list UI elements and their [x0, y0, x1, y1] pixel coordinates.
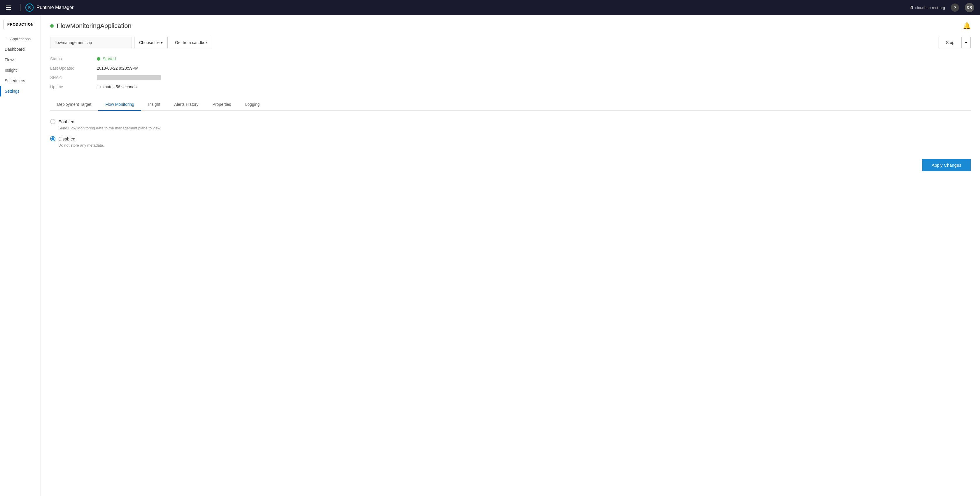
app-header: FlowMonitoringApplication 🔔: [50, 22, 970, 30]
env-button[interactable]: PRODUCTION: [3, 20, 37, 29]
sha-value: [97, 75, 970, 80]
status-value-dot: [97, 57, 100, 60]
app-title: Runtime Manager: [37, 5, 73, 10]
flow-monitoring-options: Enabled Send Flow Monitoring data to the…: [50, 119, 970, 147]
main-content: FlowMonitoringApplication 🔔 flowmanageme…: [41, 15, 980, 496]
tab-insight[interactable]: Insight: [141, 98, 167, 111]
tab-alerts-history[interactable]: Alerts History: [167, 98, 205, 111]
app-info-grid: Status Started Last Updated 2018-03-22 9…: [50, 57, 970, 89]
status-label: Status: [50, 57, 97, 61]
choose-file-button[interactable]: Choose file ▾: [134, 37, 168, 48]
sidebar-item-schedulers[interactable]: Schedulers: [0, 76, 41, 86]
sidebar: PRODUCTION Applications Dashboard Flows …: [0, 15, 41, 496]
sidebar-item-dashboard[interactable]: Dashboard: [0, 44, 41, 54]
layout: PRODUCTION Applications Dashboard Flows …: [0, 15, 980, 496]
enabled-description: Send Flow Monitoring data to the managem…: [58, 126, 970, 130]
sidebar-item-flows[interactable]: Flows: [0, 54, 41, 65]
file-name-display: flowmanagement.zip: [50, 37, 132, 48]
disabled-label-text: Disabled: [58, 136, 75, 141]
tabs-bar: Deployment Target Flow Monitoring Insigh…: [50, 98, 970, 111]
notifications-bell-icon[interactable]: 🔔: [963, 22, 970, 30]
sidebar-item-settings[interactable]: Settings: [0, 86, 41, 97]
last-updated-value: 2018-03-22 9:28:59PM: [97, 66, 970, 71]
enabled-option: Enabled Send Flow Monitoring data to the…: [50, 119, 970, 130]
get-from-sandbox-button[interactable]: Get from sandbox: [170, 37, 212, 48]
stop-button-group: Stop ▾: [939, 37, 970, 48]
help-button[interactable]: ?: [951, 3, 959, 12]
org-selector[interactable]: 🖥 cloudhub-rest-org: [909, 5, 945, 10]
last-updated-label: Last Updated: [50, 66, 97, 71]
disabled-option: Disabled Do not store any metadata.: [50, 136, 970, 147]
app-title-row: FlowMonitoringApplication: [50, 22, 132, 30]
back-to-applications[interactable]: Applications: [0, 34, 41, 44]
topnav-right: 🖥 cloudhub-rest-org ? CR: [909, 3, 974, 12]
caret-down-icon: ▾: [965, 41, 967, 45]
logo-icon: R: [25, 3, 33, 12]
org-icon: 🖥: [909, 5, 913, 10]
hamburger-menu[interactable]: [6, 6, 11, 10]
uptime-label: Uptime: [50, 84, 97, 89]
sidebar-nav: Dashboard Flows Insight Schedulers Setti…: [0, 44, 41, 97]
tab-logging[interactable]: Logging: [238, 98, 267, 111]
stop-dropdown-button[interactable]: ▾: [961, 37, 970, 48]
tab-deployment-target[interactable]: Deployment Target: [50, 98, 98, 111]
env-selector[interactable]: PRODUCTION: [3, 20, 37, 29]
enabled-radio-circle[interactable]: [50, 119, 56, 124]
disabled-radio-label[interactable]: Disabled: [50, 136, 970, 141]
org-name: cloudhub-rest-org: [915, 6, 945, 10]
disabled-description: Do not store any metadata.: [58, 143, 970, 147]
apply-row: Apply Changes: [50, 159, 970, 171]
sidebar-item-insight[interactable]: Insight: [0, 65, 41, 76]
app-status-dot: [50, 24, 54, 28]
enabled-radio-label[interactable]: Enabled: [50, 119, 970, 124]
tab-flow-monitoring[interactable]: Flow Monitoring: [98, 98, 141, 111]
app-logo: R Runtime Manager: [25, 3, 73, 12]
tab-properties[interactable]: Properties: [205, 98, 238, 111]
status-value: Started: [97, 57, 970, 61]
apply-changes-button[interactable]: Apply Changes: [922, 159, 970, 171]
sha-bar: [97, 75, 161, 80]
sha-label: SHA-1: [50, 75, 97, 80]
dropdown-arrow-icon: ▾: [161, 40, 163, 45]
file-row: flowmanagement.zip Choose file ▾ Get fro…: [50, 37, 970, 48]
user-avatar[interactable]: CR: [965, 3, 974, 12]
disabled-radio-circle[interactable]: [50, 136, 56, 141]
enabled-label-text: Enabled: [58, 119, 75, 124]
topnav: R Runtime Manager 🖥 cloudhub-rest-org ? …: [0, 0, 980, 15]
stop-button[interactable]: Stop: [939, 37, 961, 48]
uptime-value: 1 minutes 56 seconds: [97, 84, 970, 89]
app-name: FlowMonitoringApplication: [57, 22, 132, 30]
